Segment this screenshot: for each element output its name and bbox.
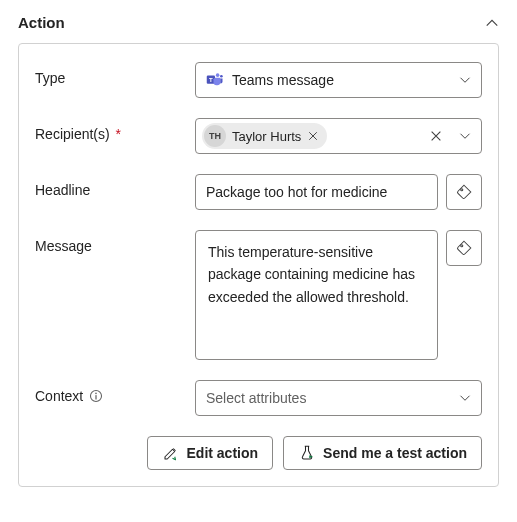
headline-row: Headline Package too hot for medicine xyxy=(35,174,482,210)
svg-point-2 xyxy=(216,73,220,77)
required-asterisk: * xyxy=(116,126,121,142)
recipients-label: Recipient(s) * xyxy=(35,118,185,142)
collapse-panel-icon[interactable] xyxy=(485,16,499,30)
type-dropdown[interactable]: T Teams message xyxy=(195,62,482,98)
type-value: Teams message xyxy=(232,69,453,91)
send-test-action-button[interactable]: Send me a test action xyxy=(283,436,482,470)
type-row: Type T Teams message xyxy=(35,62,482,98)
panel-body: Type T Teams message xyxy=(18,43,499,487)
recipients-combobox[interactable]: TH Taylor Hurts xyxy=(195,118,482,154)
teams-icon: T xyxy=(206,71,224,89)
headline-label: Headline xyxy=(35,174,185,198)
headline-value: Package too hot for medicine xyxy=(206,181,427,203)
clear-all-icon[interactable] xyxy=(429,129,443,143)
message-label: Message xyxy=(35,230,185,254)
tag-icon xyxy=(455,239,473,257)
message-value: This temperature-sensitive package conta… xyxy=(208,241,425,308)
edit-action-label: Edit action xyxy=(187,445,259,461)
remove-recipient-icon[interactable] xyxy=(307,130,319,142)
context-label-text: Context xyxy=(35,388,83,404)
panel-header: Action xyxy=(18,14,499,31)
edit-pencil-icon xyxy=(162,444,180,462)
headline-tag-button[interactable] xyxy=(446,174,482,210)
svg-point-7 xyxy=(95,393,97,395)
svg-rect-8 xyxy=(96,395,97,399)
message-row: Message This temperature-sensitive packa… xyxy=(35,230,482,360)
svg-text:T: T xyxy=(209,77,213,83)
edit-action-button[interactable]: Edit action xyxy=(147,436,274,470)
recipients-label-text: Recipient(s) xyxy=(35,126,110,142)
info-icon[interactable] xyxy=(89,389,103,403)
svg-point-4 xyxy=(461,189,463,191)
avatar: TH xyxy=(204,125,226,147)
recipient-name: Taylor Hurts xyxy=(232,129,301,144)
send-test-label: Send me a test action xyxy=(323,445,467,461)
footer: Edit action Send me a test action xyxy=(35,436,482,470)
chevron-down-icon[interactable] xyxy=(459,130,471,142)
context-placeholder: Select attributes xyxy=(206,387,453,409)
headline-input[interactable]: Package too hot for medicine xyxy=(195,174,438,210)
type-label: Type xyxy=(35,62,185,86)
chevron-down-icon xyxy=(459,74,471,86)
recipients-row: Recipient(s) * TH Taylor Hurts xyxy=(35,118,482,154)
context-dropdown[interactable]: Select attributes xyxy=(195,380,482,416)
chevron-down-icon xyxy=(459,392,471,404)
tag-icon xyxy=(455,183,473,201)
recipient-chip: TH Taylor Hurts xyxy=(202,123,327,149)
context-row: Context Select attributes xyxy=(35,380,482,416)
action-panel: Action Type T Teams message xyxy=(0,0,517,505)
panel-title: Action xyxy=(18,14,65,31)
message-tag-button[interactable] xyxy=(446,230,482,266)
message-textarea[interactable]: This temperature-sensitive package conta… xyxy=(195,230,438,360)
svg-point-5 xyxy=(461,245,463,247)
beaker-send-icon xyxy=(298,444,316,462)
context-label: Context xyxy=(35,380,185,404)
svg-point-3 xyxy=(220,75,223,78)
